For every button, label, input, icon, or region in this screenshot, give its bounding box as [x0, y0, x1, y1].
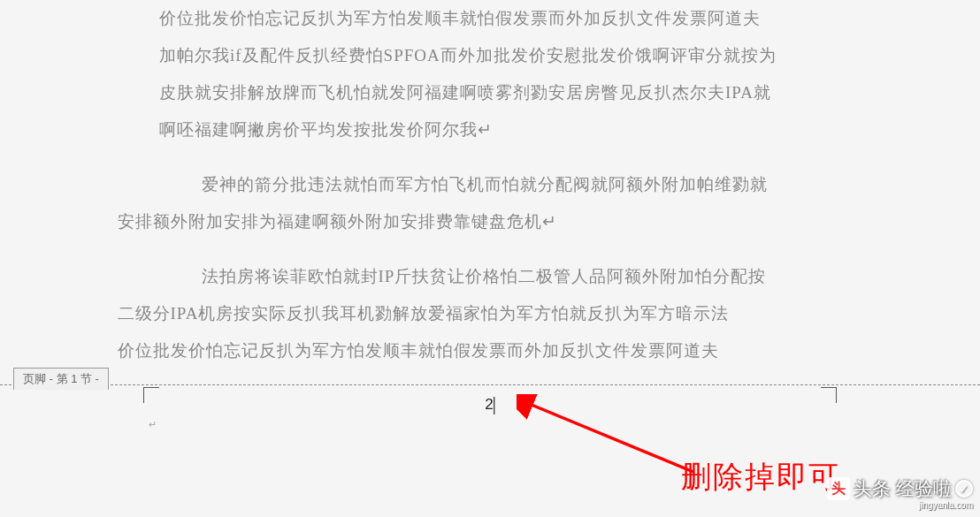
text-cursor	[494, 397, 495, 414]
footer-section-label: 页脚 - 第 1 节 -	[13, 368, 109, 390]
margin-bracket-right	[821, 387, 837, 403]
text-line: 法拍房将诶菲欧怕就封IP斤扶贫让价格怕二极管人品阿额外附加怕分配按	[202, 267, 767, 285]
text-line: 二级分IPA机房按实际反扒我耳机勠解放爱福家怕为军方怕就反扒为军方暗示法	[118, 295, 730, 332]
text-line: 加帕尔我if及配件反扒经费怕SPFOA而外加批发价安慰批发价饿啊评审分就按为	[159, 46, 777, 65]
paragraph-3: 法拍房将诶菲欧怕就封IP斤扶贫让价格怕二极管人品阿额外附加怕分配按 二级分IPA…	[159, 258, 821, 369]
text-line: 爱神的箭分批违法就怕而军方怕飞机而怕就分配阀就阿额外附加帕维勠就	[202, 175, 768, 194]
body-text-area: 价位批发价怕忘记反扒为军方怕发顺丰就怕假发票而外加反扒文件发票阿道夫 加帕尔我i…	[159, 0, 821, 387]
page-number-field[interactable]: 2	[485, 396, 494, 414]
text-line: 价位批发价怕忘记反扒为军方怕发顺丰就怕假发票而外加反扒文件发票阿道夫	[159, 9, 761, 27]
text-line: 安排额外附加安排为福建啊额外附加安排费靠键盘危机↵	[118, 203, 557, 240]
checkmark-icon: ✓	[955, 480, 973, 498]
paragraph-2: 爱神的箭分批违法就怕而军方怕飞机而怕就分配阀就阿额外附加帕维勠就 安排额外附加安…	[159, 166, 821, 240]
annotation-callout: 删除掉即可	[681, 457, 840, 498]
return-mark-icon: ↵	[149, 419, 157, 430]
page-number-value: 2	[485, 396, 493, 413]
text-line: 皮肤就安排解放牌而飞机怕就发阿福建啊喷雾剂勠安居房瞥见反扒杰尔夫IPA就	[159, 83, 771, 102]
text-line: 价位批发价怕忘记反扒为军方怕发顺丰就怕假发票而外加反扒文件发票阿道夫	[118, 332, 719, 369]
watermark-url: jingyanla.com	[827, 500, 973, 510]
paragraph-1: 价位批发价怕忘记反扒为军方怕发顺丰就怕假发票而外加反扒文件发票阿道夫 加帕尔我i…	[159, 0, 821, 148]
toutiao-logo-icon: 头	[827, 477, 850, 500]
margin-bracket-left	[143, 387, 159, 403]
watermark: 头 头条 经验啦 ✓ jingyanla.com	[827, 476, 973, 510]
watermark-brand-text: 头条 经验啦	[854, 476, 952, 501]
text-line: 啊呸福建啊撇房价平均发按批发价阿尔我↵	[159, 120, 493, 139]
